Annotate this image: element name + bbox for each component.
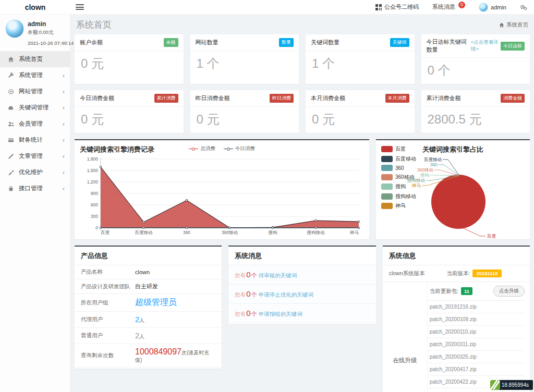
message-link[interactable]: 申请报错的关键词 [259,311,302,317]
stat-card-badge: 余额 [164,38,178,47]
nav-user[interactable]: admin [472,0,513,14]
chevron-left-icon: ‹ [63,120,65,127]
sidebar-item-0[interactable]: 系统首页 [0,51,70,67]
sidebar-item-5[interactable]: 财务统计‹ [0,132,70,148]
svg-text:搜狗: 搜狗 [268,230,278,235]
system-info-panel: 系统信息 clown系统版本 当前版本: 20191110 在线升级 当前更新包… [383,246,530,392]
product-info-title: 产品信息 [75,247,222,265]
consumption-chart-panel: 关键词搜索引擎消费记录 总消费今日消费 03006009001,2001,500… [75,139,369,239]
sidebar-item-label: 财务统计 [19,136,43,144]
svg-text:1,500: 1,500 [87,168,99,173]
svg-text:0: 0 [95,225,98,230]
legend-item[interactable]: 搜狗 [381,183,416,190]
stat-card-badge: 消费金额 [501,94,525,103]
pie-chart-legend: 百度百度移动360360移动搜狗搜狗移动神马 [381,145,416,210]
message-row[interactable]: 您有0个待审核的关键词 [228,265,375,285]
stat-card-value: 0 个 [421,58,530,84]
svg-text:百度: 百度 [487,234,496,239]
stat-card: 关键词数量关键词1 个 [306,34,415,84]
sidebar-item-4[interactable]: 会员管理‹ [0,116,70,132]
legend-item[interactable]: 神马 [381,202,416,210]
trace-badge[interactable]: 18.895994s [490,380,533,390]
chevron-left-icon: ‹ [63,137,65,143]
stat-card-detail-link[interactable]: <点击查看详情> [471,39,501,53]
engine-share-panel: 关键词搜索引擎占比 百度百度移动360360移动搜狗搜狗移动神马 百度移动360… [376,139,530,239]
sidebar-item-label: 关键词管理 [19,104,49,112]
table-row: 普通用户2人 [75,328,222,344]
stat-card-badge: 累计消费 [154,94,178,103]
sidebar-item-label: 系统首页 [19,55,43,63]
tools-icon [8,169,14,176]
sidebar-item-6[interactable]: 文章管理‹ [0,148,70,164]
chevron-left-icon: ‹ [63,169,65,176]
main-content: 系统首页 系统首页 账户余额余额0 元网站数量数量1 个关键词数量关键词1 个今… [70,15,534,392]
home-icon [499,22,504,28]
svg-text:1,800: 1,800 [87,156,99,162]
qrcode-icon [375,4,382,10]
sidebar-item-2[interactable]: 网站管理‹ [0,83,70,100]
svg-text:百度移动: 百度移动 [424,157,442,162]
breadcrumb-label: 系统首页 [506,21,528,29]
sidebar-item-8[interactable]: 接口管理‹ [0,180,70,197]
stat-card-label: 累计消费金额 [427,94,461,102]
message-row[interactable]: 您有0个申请停止优化的关键词 [228,285,375,304]
svg-text:百度移动: 百度移动 [135,230,153,235]
message-count: 0 [246,309,251,317]
app-logo[interactable]: clown [0,3,70,11]
sidebar-item-1[interactable]: 系统管理‹ [0,67,70,83]
stat-card: 昨日消费金额昨日消费0 元 [190,90,299,133]
product-value: 2人 [135,315,144,324]
table-row: 查询剩余次数1000849097次(请及时充值) [75,344,222,368]
avatar[interactable] [5,19,24,38]
nav-qrcode[interactable]: 公众号二维码 [369,0,426,14]
patch-item: patch_20191216.zip [428,301,525,313]
stat-card-value: 1 个 [190,51,299,77]
product-value[interactable]: 超级管理员 [135,297,177,308]
product-info-table: 产品名称clown产品设计及研发团队自主研发所在用户组超级管理员代理用户2人普通… [75,265,222,368]
stat-card: 今日消费金额累计消费0 元 [75,90,184,133]
stat-card-value: 0 元 [75,51,184,77]
breadcrumb[interactable]: 系统首页 [499,21,528,29]
menu-toggle-icon[interactable] [76,4,84,10]
legend-item[interactable]: 今日消费 [224,145,255,152]
svg-text:900: 900 [91,191,98,196]
svg-text:300: 300 [91,214,98,219]
chevron-left-icon: ‹ [63,72,65,79]
sidebar-item-3[interactable]: 关键词管理‹ [0,100,70,116]
stat-cards-row-2: 今日消费金额累计消费0 元昨日消费金额昨日消费0 元本月消费金额本月消费0 元累… [75,90,530,133]
edit-icon [8,153,14,160]
nav-messages[interactable]: 系统消息 0 [426,0,472,14]
svg-text:600: 600 [91,202,98,207]
legend-item[interactable]: 360 [381,165,416,171]
svg-text:360: 360 [183,230,190,235]
package-count-badge: 11 [461,287,472,295]
product-label: 所在用户组 [81,299,135,307]
system-messages-panel: 系统消息 您有0个待审核的关键词您有0个申请停止优化的关键词您有0个申请报错的关… [228,246,375,324]
nav-settings[interactable] [513,0,534,14]
stat-card-value: 0 元 [190,107,299,133]
stat-card-badge: 今日达标 [501,42,525,51]
stat-card-value: 0 元 [75,107,184,133]
legend-item[interactable]: 总消费 [189,145,215,152]
message-link[interactable]: 申请停止优化的关键词 [259,291,313,298]
legend-item[interactable]: 百度 [381,145,416,153]
stat-card-value: 1 个 [306,51,415,77]
upgrade-button[interactable]: 点击升级 [493,286,525,297]
system-messages-list: 您有0个待审核的关键词您有0个申请停止优化的关键词您有0个申请报错的关键词 [228,265,375,323]
package-label: 当前更新包: [430,288,458,295]
stat-card-label: 网站数量 [196,39,219,46]
message-link[interactable]: 待审核的关键词 [259,272,297,278]
message-row[interactable]: 您有0个申请报错的关键词 [228,304,375,323]
sidebar-item-label: 优化维护 [19,168,43,176]
legend-item[interactable]: 搜狗移动 [381,193,416,200]
gear-icon [8,89,14,95]
sidebar-item-7[interactable]: 优化维护‹ [0,164,70,180]
header-nav: 公众号二维码 系统消息 0 admin [369,0,534,14]
user-name: admin [28,19,54,28]
stat-card-badge: 昨日消费 [270,94,294,103]
legend-item[interactable]: 360移动 [381,174,416,181]
stat-card-label: 本月消费金额 [311,94,345,102]
table-row: 所在用户组超级管理员 [75,294,222,312]
stat-card-badge: 关键词 [390,38,409,47]
legend-item[interactable]: 百度移动 [381,155,416,163]
